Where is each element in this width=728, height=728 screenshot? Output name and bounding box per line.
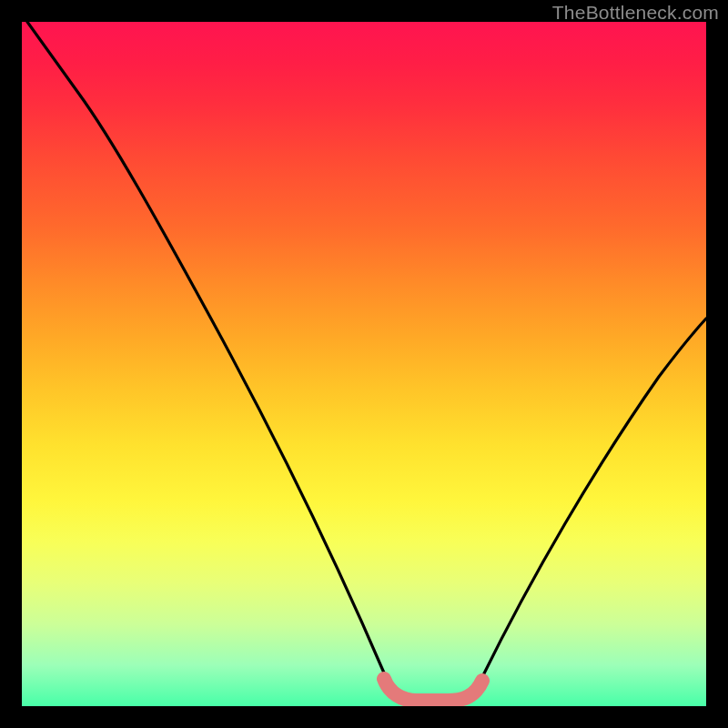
chart-svg <box>22 22 706 706</box>
chart-frame: TheBottleneck.com <box>0 0 728 728</box>
watermark-text: TheBottleneck.com <box>552 2 719 24</box>
min-marker <box>384 679 482 701</box>
bottleneck-curve <box>27 22 706 699</box>
plot-area <box>22 22 706 706</box>
